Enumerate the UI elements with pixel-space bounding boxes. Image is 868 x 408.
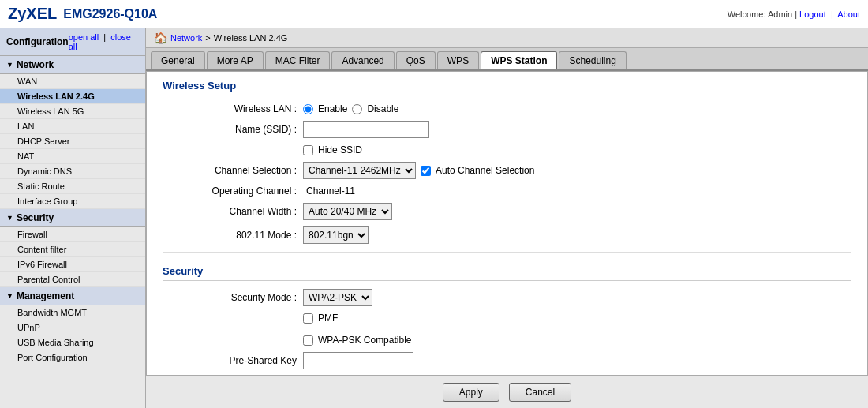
- content-area: Wireless Setup Wireless LAN : Enable Dis…: [146, 71, 868, 376]
- pmf-row: PMF: [163, 313, 851, 324]
- sidebar-item-wireless-lan-24[interactable]: Wireless LAN 2.4G: [0, 89, 145, 104]
- sidebar-section-management[interactable]: ▼ Management: [0, 287, 145, 305]
- sidebar-item-wireless-lan-5g[interactable]: Wireless LAN 5G: [0, 104, 145, 119]
- cancel-button[interactable]: Cancel: [509, 383, 571, 402]
- enable-label: Enable: [318, 103, 347, 114]
- ssid-input[interactable]: [303, 121, 429, 138]
- mode-control: 802.11bgn 802.11bg 802.11b 802.11g 802.1…: [303, 226, 369, 244]
- sidebar-item-bandwidth-mgmt[interactable]: Bandwidth MGMT: [0, 305, 145, 320]
- wpa-psk-compatible-label: WPA-PSK Compatible: [318, 335, 411, 346]
- operating-channel-value: Channel-11: [303, 185, 355, 197]
- channel-selection-select[interactable]: Channel-11 2462MHz: [303, 162, 416, 179]
- hide-ssid-checkbox[interactable]: [303, 145, 313, 155]
- sidebar-item-content-filter[interactable]: Content filter: [0, 242, 145, 257]
- sidebar-security-label: Security: [17, 212, 54, 223]
- sidebar-item-firewall[interactable]: Firewall: [0, 227, 145, 242]
- sidebar-item-wan[interactable]: WAN: [0, 74, 145, 89]
- config-label: Configuration: [6, 36, 69, 47]
- ssid-control: [303, 121, 429, 138]
- pre-shared-key-input[interactable]: [303, 352, 413, 369]
- button-bar: Apply Cancel: [146, 376, 868, 408]
- sidebar-section-network[interactable]: ▼ Network: [0, 56, 145, 74]
- auto-channel-checkbox[interactable]: [421, 166, 431, 176]
- wireless-lan-enable-radio[interactable]: [303, 104, 313, 114]
- disable-label: Disable: [367, 103, 398, 114]
- wireless-lan-controls: Enable Disable: [303, 103, 398, 114]
- mode-row: 802.11 Mode : 802.11bgn 802.11bg 802.11b…: [163, 226, 851, 244]
- ssid-row: Name (SSID) :: [163, 121, 851, 138]
- breadcrumb-separator: >: [205, 33, 210, 43]
- operating-channel-row: Operating Channel : Channel-11: [163, 185, 851, 197]
- channel-width-row: Channel Width : Auto 20/40 MHz 20 MHz 40…: [163, 203, 851, 220]
- tab-qos[interactable]: QoS: [396, 51, 436, 69]
- breadcrumb-home-icon: 🏠: [154, 32, 167, 44]
- pmf-label: PMF: [318, 313, 338, 324]
- channel-selection-control: Channel-11 2462MHz Auto Channel Selectio…: [303, 162, 534, 179]
- divider-1: [163, 252, 851, 253]
- wireless-lan-label: Wireless LAN :: [163, 103, 297, 114]
- tabs-bar: General More AP MAC Filter Advanced QoS …: [146, 48, 868, 71]
- sidebar-item-dhcp-server[interactable]: DHCP Server: [0, 134, 145, 149]
- wireless-lan-row: Wireless LAN : Enable Disable: [163, 103, 851, 114]
- sidebar-item-parental-control[interactable]: Parental Control: [0, 272, 145, 287]
- logo-area: ZyXEL EMG2926-Q10A: [8, 5, 157, 23]
- sidebar-network-label: Network: [17, 59, 54, 70]
- triangle-icon-security: ▼: [6, 214, 13, 222]
- sidebar-section-security[interactable]: ▼ Security: [0, 209, 145, 227]
- wpa-psk-compatible-row: WPA-PSK Compatible: [163, 335, 851, 346]
- sidebar: Configuration open all | close all ▼ Net…: [0, 28, 146, 408]
- tab-scheduling[interactable]: Scheduling: [559, 51, 626, 69]
- sidebar-item-dynamic-dns[interactable]: Dynamic DNS: [0, 164, 145, 179]
- sidebar-item-upnp[interactable]: UPnP: [0, 320, 145, 335]
- auto-channel-label: Auto Channel Selection: [436, 165, 534, 176]
- channel-width-control: Auto 20/40 MHz 20 MHz 40 MHz: [303, 203, 392, 220]
- channel-selection-row: Channel Selection : Channel-11 2462MHz A…: [163, 162, 851, 179]
- security-mode-row: Security Mode : WPA2-PSK WPA-PSK WEP Non…: [163, 289, 851, 306]
- tab-general[interactable]: General: [151, 51, 205, 69]
- pre-shared-key-label: Pre-Shared Key: [163, 355, 297, 366]
- channel-selection-label: Channel Selection :: [163, 165, 297, 176]
- breadcrumb-current: Wireless LAN 2.4G: [214, 33, 288, 43]
- hide-ssid-row: Hide SSID: [163, 144, 851, 155]
- sidebar-item-usb-media-sharing[interactable]: USB Media Sharing: [0, 335, 145, 350]
- tab-advanced[interactable]: Advanced: [331, 51, 394, 69]
- sidebar-item-interface-group[interactable]: Interface Group: [0, 194, 145, 209]
- model-name: EMG2926-Q10A: [63, 7, 157, 21]
- wpa-psk-compatible-checkbox[interactable]: [303, 335, 313, 346]
- ssid-label: Name (SSID) :: [163, 124, 297, 135]
- header: ZyXEL EMG2926-Q10A Welcome: Admin | Logo…: [0, 0, 868, 28]
- operating-channel-label: Operating Channel :: [163, 185, 297, 197]
- pmf-checkbox[interactable]: [303, 313, 313, 324]
- sidebar-item-lan[interactable]: LAN: [0, 119, 145, 134]
- tab-mac-filter[interactable]: MAC Filter: [265, 51, 331, 69]
- security-mode-select[interactable]: WPA2-PSK WPA-PSK WEP None: [303, 289, 372, 306]
- mode-label: 802.11 Mode :: [163, 230, 297, 241]
- security-title: Security: [163, 265, 851, 281]
- zyxel-logo: ZyXEL: [8, 5, 57, 23]
- main-area: 🏠 Network > Wireless LAN 2.4G General Mo…: [146, 28, 868, 408]
- tab-wps-station[interactable]: WPS Station: [481, 51, 557, 69]
- channel-width-select[interactable]: Auto 20/40 MHz 20 MHz 40 MHz: [303, 203, 392, 220]
- security-mode-label: Security Mode :: [163, 292, 297, 303]
- sidebar-management-label: Management: [17, 290, 74, 301]
- open-all-link[interactable]: open all: [69, 32, 99, 42]
- security-mode-control: WPA2-PSK WPA-PSK WEP None: [303, 289, 372, 306]
- breadcrumb: 🏠 Network > Wireless LAN 2.4G: [146, 28, 868, 48]
- logout-link[interactable]: Logout: [799, 9, 826, 19]
- hide-ssid-label: Hide SSID: [318, 144, 362, 155]
- breadcrumb-network[interactable]: Network: [170, 33, 202, 43]
- header-right: Welcome: Admin | Logout | About: [728, 9, 860, 19]
- wireless-lan-disable-radio[interactable]: [352, 104, 362, 114]
- sidebar-item-nat[interactable]: NAT: [0, 149, 145, 164]
- sidebar-item-ipv6-firewall[interactable]: IPv6 Firewall: [0, 257, 145, 272]
- triangle-icon: ▼: [6, 61, 13, 69]
- tab-wps[interactable]: WPS: [437, 51, 479, 69]
- about-link[interactable]: About: [837, 9, 860, 19]
- sidebar-item-static-route[interactable]: Static Route: [0, 179, 145, 194]
- outer-layout: Configuration open all | close all ▼ Net…: [0, 28, 868, 408]
- apply-button[interactable]: Apply: [443, 383, 499, 402]
- tab-more-ap[interactable]: More AP: [207, 51, 264, 69]
- pre-shared-key-control: [303, 352, 413, 369]
- mode-select[interactable]: 802.11bgn 802.11bg 802.11b 802.11g 802.1…: [303, 226, 369, 244]
- sidebar-item-port-configuration[interactable]: Port Configuration: [0, 350, 145, 365]
